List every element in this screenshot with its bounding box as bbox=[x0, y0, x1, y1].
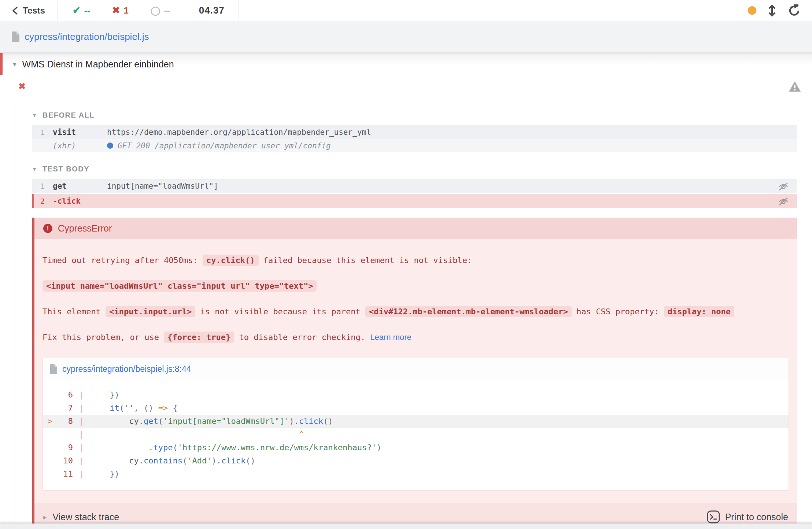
error-code-chip: {force: true} bbox=[164, 332, 234, 343]
command-message: https://demo.mapbender.org/application/m… bbox=[107, 128, 797, 137]
command-method: visit bbox=[53, 128, 107, 137]
stack-trace-label: View stack trace bbox=[53, 512, 119, 522]
code-line: 9| .type('https://www.wms.nrw.de/wms/kra… bbox=[43, 441, 789, 454]
attempt-content: ▾ BEFORE ALL 1 visit https://demo.mapben… bbox=[15, 101, 812, 529]
error-code-chip: <input name="loadWmsUrl" class="input ur… bbox=[43, 280, 317, 292]
error-text: Fix this problem, or use bbox=[43, 333, 164, 342]
x-icon: ✖ bbox=[112, 5, 120, 16]
error-message-line: This element <input.input.url> is not vi… bbox=[43, 304, 789, 319]
test-failed-x-icon: ✖ bbox=[18, 81, 26, 92]
back-label: Tests bbox=[23, 5, 45, 16]
print-console-label: Print to console bbox=[725, 512, 788, 522]
test-body-section-header[interactable]: ▾ TEST BODY bbox=[33, 165, 797, 173]
suite-title: WMS Dienst in Mapbender einbinden bbox=[22, 59, 174, 70]
file-icon bbox=[11, 32, 19, 42]
error-message-line: Fix this problem, or use {force: true} t… bbox=[43, 330, 789, 345]
failed-test-row[interactable]: ✖ bbox=[0, 75, 812, 96]
test-timer: 04.37 bbox=[185, 0, 239, 21]
suite-header[interactable]: ▾ WMS Dienst in Mapbender einbinden bbox=[0, 53, 812, 75]
error-code-chip: <div#122.mb-element.mb-element-wmsloader… bbox=[365, 306, 572, 317]
command-number: 1 bbox=[32, 182, 45, 190]
terminal-icon bbox=[707, 510, 720, 524]
code-line: 7| it('', () => { bbox=[43, 402, 789, 415]
bottom-strip bbox=[0, 524, 812, 529]
section-label: BEFORE ALL bbox=[43, 111, 95, 119]
stat-failed: ✖ 1 bbox=[101, 5, 140, 16]
error-header: ! CypressError bbox=[34, 218, 797, 239]
command-method: -click bbox=[53, 197, 107, 206]
passed-count: -- bbox=[84, 5, 90, 16]
error-code-chip: <input.input.url> bbox=[106, 306, 195, 317]
error-block: ! CypressError Timed out retrying after … bbox=[32, 218, 797, 529]
check-icon: ✔ bbox=[73, 5, 81, 16]
caret-right-icon: ▸ bbox=[43, 513, 47, 521]
learn-more-link[interactable]: Learn more bbox=[370, 333, 411, 342]
code-frame-body: 6| })7| it('', () => {>8| cy.get('input[… bbox=[43, 380, 789, 490]
section-label: TEST BODY bbox=[43, 165, 89, 173]
view-stack-trace-toggle[interactable]: ▸ View stack trace bbox=[43, 512, 119, 522]
error-name: CypressError bbox=[58, 223, 112, 234]
back-to-tests-button[interactable]: Tests bbox=[0, 0, 58, 21]
file-icon bbox=[49, 364, 57, 374]
command-method: (xhr) bbox=[53, 141, 107, 150]
error-text: is not visible because its parent bbox=[195, 307, 365, 316]
collapse-caret-icon: ▾ bbox=[33, 112, 36, 119]
code-line: 11| }) bbox=[43, 467, 789, 481]
spec-path-bar: cypress/integration/beispiel.js bbox=[0, 21, 812, 53]
error-message-line: <input name="loadWmsUrl" class="input ur… bbox=[43, 279, 789, 293]
error-exclamation-icon: ! bbox=[43, 224, 52, 233]
error-text: failed because this element is not visib… bbox=[259, 256, 472, 265]
stat-passed: ✔ -- bbox=[62, 5, 101, 16]
code-line: | ^ bbox=[43, 428, 789, 441]
error-code-chip: display: none bbox=[664, 306, 734, 317]
reporter-header: Tests ✔ -- ✖ 1 ◯ -- 04.37 bbox=[0, 0, 812, 21]
command-row-xhr[interactable]: (xhr) GET 200 /application/mapbender_use… bbox=[32, 139, 797, 152]
command-message: GET 200 /application/mapbender_user_yml/… bbox=[107, 141, 797, 150]
code-line: >8| cy.get('input[name="loadWmsUrl"]').c… bbox=[43, 415, 789, 428]
command-message: input[name="loadWmsUrl"] bbox=[107, 182, 778, 190]
test-stats: ✔ -- ✖ 1 ◯ -- bbox=[58, 0, 185, 21]
scroll-to-top-bottom-icon[interactable] bbox=[767, 4, 777, 17]
divider bbox=[239, 0, 239, 21]
auto-scrolling-indicator[interactable] bbox=[748, 6, 756, 15]
command-number: 2 bbox=[34, 197, 45, 206]
circle-icon: ◯ bbox=[151, 5, 160, 16]
error-text: has CSS property: bbox=[572, 307, 664, 316]
element-hidden-icon bbox=[778, 181, 797, 191]
chevron-left-icon bbox=[11, 5, 19, 16]
code-frame-header: cypress/integration/beispiel.js:8:44 bbox=[43, 358, 789, 380]
xhr-status-dot-icon bbox=[107, 143, 113, 149]
command-row-get[interactable]: 1 get input[name="loadWmsUrl"] bbox=[32, 179, 797, 193]
stat-pending: ◯ -- bbox=[140, 5, 181, 16]
error-text: This element bbox=[43, 307, 106, 316]
spec-file-link[interactable]: cypress/integration/beispiel.js bbox=[25, 31, 149, 42]
collapse-caret-icon: ▾ bbox=[33, 166, 36, 173]
command-row-visit[interactable]: 1 visit https://demo.mapbender.org/appli… bbox=[32, 125, 797, 139]
pending-count: -- bbox=[164, 5, 170, 16]
code-frame-file-link[interactable]: cypress/integration/beispiel.js:8:44 bbox=[62, 364, 191, 374]
error-text: Timed out retrying after 4050ms: bbox=[43, 256, 203, 265]
command-method: get bbox=[53, 182, 107, 190]
before-all-section-header[interactable]: ▾ BEFORE ALL bbox=[33, 111, 797, 119]
error-text: to disable error checking. bbox=[234, 333, 370, 342]
warning-triangle-icon bbox=[789, 81, 801, 92]
code-line: 6| }) bbox=[43, 388, 789, 402]
rerun-tests-icon[interactable] bbox=[788, 4, 801, 17]
xhr-message-text: GET 200 /application/mapbender_user_yml/… bbox=[118, 141, 331, 150]
command-number: 1 bbox=[32, 128, 45, 137]
error-body: Timed out retrying after 4050ms: cy.clic… bbox=[34, 239, 797, 491]
error-message-line: Timed out retrying after 4050ms: cy.clic… bbox=[43, 253, 789, 268]
command-row-click-failed[interactable]: 2 -click bbox=[32, 194, 797, 208]
collapse-caret-icon: ▾ bbox=[13, 60, 16, 69]
element-hidden-icon bbox=[778, 196, 797, 206]
error-code-chip: cy.click() bbox=[203, 255, 258, 266]
code-frame: cypress/integration/beispiel.js:8:44 6| … bbox=[43, 358, 789, 491]
failed-count: 1 bbox=[124, 5, 129, 16]
print-to-console-button[interactable]: Print to console bbox=[707, 510, 788, 524]
code-line: 10| cy.contains('Add').click() bbox=[43, 454, 789, 467]
